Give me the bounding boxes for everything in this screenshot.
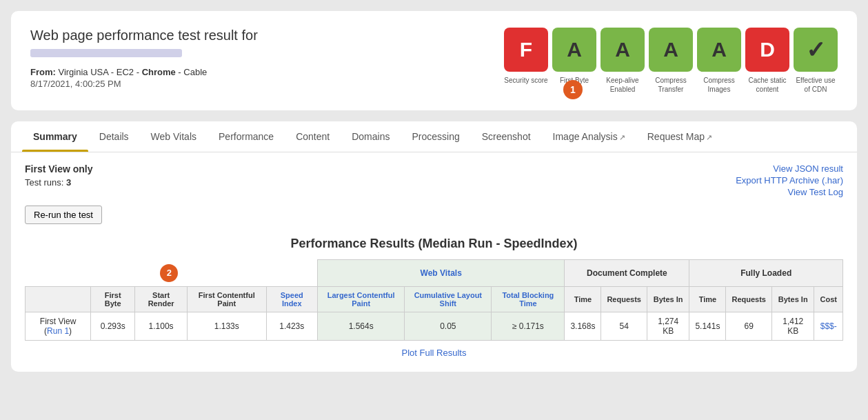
td-fl-bytes: 1,412 KB <box>771 312 814 340</box>
rerun-button[interactable]: Re-run the test <box>25 206 102 224</box>
results-table-wrapper: 2 Web Vitals Document Complete Fully Loa… <box>25 259 843 341</box>
cost-link[interactable]: $$$- <box>820 321 837 331</box>
table-row: First View (Run 1) 0.293s 1.100s 1.133s … <box>26 312 843 340</box>
url-bar <box>30 49 182 57</box>
td-first-byte: 0.293s <box>91 312 135 340</box>
badge-6: ✓ <box>794 28 838 72</box>
badge-label-2: Keep-alive Enabled <box>600 76 645 94</box>
tabs-nav: SummaryDetailsWeb VitalsPerformanceConte… <box>11 121 857 152</box>
th-doc-bytes: Bytes In <box>647 286 689 312</box>
from-label: From: <box>30 67 56 77</box>
tab-summary[interactable]: Summary <box>22 121 88 152</box>
td-fl-requests: 69 <box>726 312 772 340</box>
view-json-link[interactable]: View JSON result <box>773 163 843 174</box>
badge-4: A <box>697 28 741 72</box>
badge-2: 2 <box>160 264 178 282</box>
td-start-render: 1.100s <box>135 312 188 340</box>
badge-2: A <box>600 28 645 72</box>
badge-3: A <box>649 28 693 72</box>
test-runs: Test runs: 3 <box>25 177 93 188</box>
td-fcp: 1.133s <box>188 312 266 340</box>
badges-labels: Security scoreFirst Byte TimeKeep-alive … <box>504 76 838 94</box>
top-card: Web page performance test result for Fro… <box>11 11 857 110</box>
th-row-label <box>26 286 91 312</box>
th-fcp: First Contentful Paint <box>188 286 266 312</box>
td-cost[interactable]: $$$- <box>814 312 843 340</box>
badge-label-6: Effective use of CDN <box>794 76 838 94</box>
cls-link[interactable]: Cumulative Layout Shift <box>414 291 482 308</box>
th-fully-loaded-group: Fully Loaded <box>689 260 843 287</box>
notification-bubble-1: 1 <box>563 80 583 99</box>
badge-label-5: Cache static content <box>745 76 789 94</box>
tbt-link[interactable]: Total Blocking Time <box>502 291 554 308</box>
th-start-render: Start Render <box>135 286 188 312</box>
first-view-label: First View only <box>25 163 93 174</box>
th-web-vitals-group: Web Vitals <box>318 260 565 287</box>
summary-meta: First View only Test runs: 3 View JSON r… <box>25 163 843 197</box>
th-doc-time: Time <box>565 286 601 312</box>
td-doc-bytes: 1,274 KB <box>647 312 689 340</box>
td-doc-requests: 54 <box>601 312 647 340</box>
td-speed-index: 1.423s <box>266 312 318 340</box>
run1-link[interactable]: Run 1 <box>47 326 69 336</box>
td-fl-time: 5.141s <box>689 312 726 340</box>
th-empty-group: 2 <box>26 260 318 287</box>
browser: Chrome <box>142 67 176 77</box>
td-lcp: 1.564s <box>318 312 405 340</box>
tab-details[interactable]: Details <box>88 121 140 152</box>
tab-content[interactable]: Content <box>285 121 341 152</box>
th-doc-complete-group: Document Complete <box>565 260 689 287</box>
tab-content: First View only Test runs: 3 View JSON r… <box>11 152 857 372</box>
perf-results-title: Performance Results (Median Run - SpeedI… <box>25 237 843 251</box>
th-fl-time: Time <box>689 286 726 312</box>
connection: Cable <box>183 67 207 77</box>
tab-processing[interactable]: Processing <box>401 121 470 152</box>
badge-5: D <box>745 28 789 72</box>
th-first-byte: First Byte <box>91 286 135 312</box>
export-har-link[interactable]: Export HTTP Archive (.har) <box>736 175 843 186</box>
badge-0: F <box>504 28 548 72</box>
td-doc-time: 3.168s <box>565 312 601 340</box>
th-tbt: Total Blocking Time <box>492 286 565 312</box>
th-cls: Cumulative Layout Shift <box>405 286 492 312</box>
results-table: 2 Web Vitals Document Complete Fully Loa… <box>25 259 843 341</box>
page-title: Web page performance test result for <box>30 28 258 43</box>
badges-row: FAAAAD✓1 <box>504 28 838 72</box>
th-speed-index: Speed Index <box>266 286 318 312</box>
badge-label-3: Compress Transfer <box>649 76 693 94</box>
row-label-first-view: First View (Run 1) <box>26 312 91 340</box>
view-test-log-link[interactable]: View Test Log <box>788 187 843 197</box>
tab-web-vitals[interactable]: Web Vitals <box>140 121 208 152</box>
th-lcp: Largest Contentful Paint <box>318 286 405 312</box>
tab-request-map[interactable]: Request Map↗ <box>636 121 723 152</box>
location: Virginia USA - EC2 <box>58 67 134 77</box>
td-cls: 0.05 <box>405 312 492 340</box>
scores-area: FAAAAD✓1 Security scoreFirst Byte TimeKe… <box>504 28 838 94</box>
th-cost: Cost <box>814 286 843 312</box>
badge-label-0: Security score <box>504 76 548 94</box>
badge-1: A <box>552 28 596 72</box>
tab-performance[interactable]: Performance <box>208 121 285 152</box>
summary-meta-right: View JSON result Export HTTP Archive (.h… <box>736 163 843 197</box>
external-link-icon: ↗ <box>619 133 625 141</box>
plot-full-results-link[interactable]: Plot Full Results <box>25 348 843 358</box>
th-fl-requests: Requests <box>726 286 772 312</box>
tab-image-analysis[interactable]: Image Analysis↗ <box>542 121 636 152</box>
lcp-link[interactable]: Largest Contentful Paint <box>327 291 395 308</box>
badge-label-4: Compress Images <box>697 76 741 94</box>
tab-screenshot[interactable]: Screenshot <box>471 121 542 152</box>
td-tbt: ≥ 0.171s <box>492 312 565 340</box>
tabs-card: SummaryDetailsWeb VitalsPerformanceConte… <box>11 121 857 372</box>
th-doc-requests: Requests <box>601 286 647 312</box>
table-group-header-row: 2 Web Vitals Document Complete Fully Loa… <box>26 260 843 287</box>
test-datetime: 8/17/2021, 4:00:25 PM <box>30 79 258 89</box>
web-vitals-link[interactable]: Web Vitals <box>421 268 462 278</box>
tab-domains[interactable]: Domains <box>341 121 401 152</box>
summary-meta-left: First View only Test runs: 3 <box>25 163 93 188</box>
test-meta: From: Virginia USA - EC2 - Chrome - Cabl… <box>30 67 258 77</box>
external-link-icon: ↗ <box>706 133 712 141</box>
table-header-row: First Byte Start Render First Contentful… <box>26 286 843 312</box>
th-fl-bytes: Bytes In <box>771 286 814 312</box>
speed-index-link[interactable]: Speed Index <box>281 291 303 308</box>
top-card-left: Web page performance test result for Fro… <box>30 28 258 89</box>
